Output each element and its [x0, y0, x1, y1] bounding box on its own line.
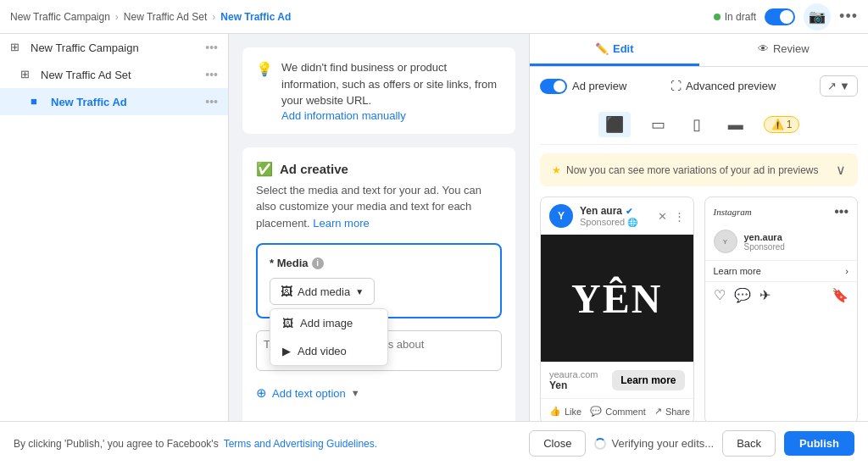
- fb-avatar-text: Y: [558, 210, 565, 222]
- ig-share-icon[interactable]: ✈: [760, 287, 771, 303]
- instagram-ad-card: Instagram ••• Y yen.aura Sponsored Lea: [704, 197, 859, 421]
- ig-heart-icon[interactable]: ♡: [714, 287, 726, 303]
- share-icon: ↗: [827, 80, 837, 92]
- add-video-option[interactable]: ▶ Add video: [270, 337, 387, 365]
- section-header: ✅ Ad creative: [256, 161, 502, 177]
- section-title: Ad creative: [280, 162, 348, 176]
- device-tablet-icon[interactable]: ▯: [686, 112, 708, 137]
- add-info-link[interactable]: Add information manually: [281, 109, 406, 122]
- info-box: 💡 We didn't find business or product inf…: [242, 47, 515, 134]
- preview-info-bar: ★ Now you can see more variations of you…: [540, 153, 858, 186]
- ig-learn-more-row[interactable]: Learn more ›: [705, 260, 858, 281]
- section-desc: Select the media and text for your ad. Y…: [256, 182, 502, 232]
- sidebar-item-adset[interactable]: ⊞ New Traffic Ad Set •••: [0, 61, 228, 88]
- warning-badge[interactable]: ⚠️ 1: [764, 116, 800, 133]
- fb-card-footer: yeaura.com Yen Learn more: [541, 362, 693, 398]
- ig-more-icon[interactable]: •••: [834, 204, 849, 219]
- tab-edit[interactable]: ✏️ Edit: [530, 34, 699, 66]
- globe-icon: 🌐: [627, 218, 637, 227]
- draft-label: In draft: [725, 11, 756, 23]
- learn-more-link[interactable]: Learn more: [313, 217, 369, 230]
- camera-button[interactable]: 📷: [804, 3, 831, 30]
- share-button[interactable]: ↗ ▼: [820, 75, 858, 97]
- preview-toggle-wrap: [765, 8, 795, 25]
- breadcrumb: New Traffic Campaign › New Traffic Ad Se…: [10, 11, 291, 23]
- ig-account-row: Y yen.aura Sponsored: [705, 226, 858, 260]
- fb-card-actions[interactable]: ✕ ⋮: [658, 210, 685, 223]
- draft-badge: In draft: [714, 11, 756, 23]
- advanced-preview-button[interactable]: ⛶ Advanced preview: [670, 80, 776, 92]
- add-text-option-button[interactable]: ⊕ Add text option ▼: [256, 385, 360, 401]
- sidebar: ⊞ New Traffic Campaign ••• ⊞ New Traffic…: [0, 34, 229, 421]
- bottom-right: Close Verifying your edits... Back Publi…: [529, 430, 854, 457]
- terms-link[interactable]: Terms and Advertising Guidelines.: [224, 438, 377, 450]
- fb-card-header: Y Yen aura ✔ Sponsored 🌐: [541, 197, 693, 235]
- add-media-button[interactable]: 🖼 Add media ▼: [270, 278, 375, 305]
- ad-icon: ■: [31, 95, 44, 108]
- add-media-chevron-icon: ▼: [355, 287, 364, 296]
- fb-like-button[interactable]: 👍 Like: [549, 406, 581, 417]
- instagram-logo: Instagram: [714, 207, 828, 217]
- fb-more-icon[interactable]: ⋮: [674, 210, 685, 223]
- device-mobile-horizontal-icon[interactable]: ▬: [721, 113, 750, 137]
- bottom-bar: By clicking 'Publish,' you agree to Face…: [0, 421, 868, 465]
- ig-card-header: Instagram •••: [705, 197, 858, 226]
- sidebar-more-ad[interactable]: •••: [205, 95, 218, 108]
- right-tabs: ✏️ Edit 👁 Review: [530, 34, 868, 67]
- top-nav: New Traffic Campaign › New Traffic Ad Se…: [0, 0, 868, 34]
- comment-icon: 💬: [590, 406, 602, 417]
- back-button[interactable]: Back: [722, 430, 776, 457]
- advanced-preview-icon: ⛶: [670, 80, 682, 92]
- more-options-button[interactable]: •••: [839, 8, 858, 25]
- device-desktop-icon[interactable]: ▭: [644, 112, 672, 137]
- ad-preview-label: Ad preview: [572, 80, 626, 92]
- collapse-info-button[interactable]: ∨: [836, 162, 846, 178]
- add-media-wrap: 🖼 Add media ▼ 🖼 Add image ▶: [270, 278, 375, 305]
- fb-comment-button[interactable]: 💬 Comment: [590, 406, 646, 417]
- fb-learn-more-button[interactable]: Learn more: [612, 370, 684, 390]
- video-icon: ▶: [282, 345, 291, 357]
- sidebar-more-adset[interactable]: •••: [205, 68, 218, 81]
- star-icon: ★: [552, 164, 561, 176]
- info-box-content: We didn't find business or product infor…: [281, 59, 502, 122]
- ig-actions-row: ♡ 💬 ✈ 🔖: [705, 281, 858, 308]
- add-image-option[interactable]: 🖼 Add image: [270, 309, 387, 337]
- breadcrumb-sep-1: ›: [115, 11, 119, 23]
- media-label: * Media i: [270, 257, 488, 269]
- fb-card-sponsored: Sponsored 🌐: [580, 217, 651, 227]
- sidebar-item-campaign[interactable]: ⊞ New Traffic Campaign •••: [0, 34, 228, 61]
- share-fb-icon: ↗: [654, 406, 662, 417]
- publish-button[interactable]: Publish: [784, 431, 854, 456]
- yen-logo: YÊN: [571, 275, 662, 322]
- add-text-option-row: ⊕ Add text option ▼: [256, 385, 502, 412]
- ig-chevron-right-icon: ›: [845, 266, 849, 276]
- info-box-text: We didn't find business or product infor…: [281, 59, 502, 109]
- fb-card-bottom: 👍 Like 💬 Comment ↗ Share: [541, 398, 693, 421]
- sidebar-item-ad[interactable]: ■ New Traffic Ad •••: [0, 88, 228, 115]
- breadcrumb-ad[interactable]: New Traffic Ad: [220, 11, 291, 23]
- main-toggle[interactable]: [765, 8, 795, 25]
- device-mobile-vertical-icon[interactable]: ⬛: [598, 112, 631, 137]
- top-nav-right: In draft 📷 •••: [714, 3, 858, 30]
- ad-preview-toggle-switch[interactable]: [540, 79, 567, 94]
- breadcrumb-campaign[interactable]: New Traffic Campaign: [10, 11, 110, 23]
- ig-avatar-text: Y: [723, 238, 727, 246]
- sidebar-more-campaign[interactable]: •••: [205, 41, 218, 54]
- close-button[interactable]: Close: [529, 430, 586, 457]
- center-content: 💡 We didn't find business or product inf…: [229, 34, 529, 421]
- media-info-icon[interactable]: i: [312, 257, 324, 269]
- fb-close-icon[interactable]: ✕: [658, 210, 667, 223]
- check-circle-icon: ✅: [256, 161, 273, 177]
- ig-bookmark-icon[interactable]: 🔖: [832, 287, 849, 303]
- verified-icon: ✔: [626, 207, 632, 216]
- tab-review[interactable]: 👁 Review: [699, 34, 869, 66]
- verifying-status: Verifying your edits...: [594, 437, 714, 450]
- main-layout: ⊞ New Traffic Campaign ••• ⊞ New Traffic…: [0, 34, 868, 421]
- fb-card-name: Yen aura ✔: [580, 205, 651, 217]
- fb-share-button[interactable]: ↗ Share: [654, 406, 690, 417]
- breadcrumb-adset[interactable]: New Traffic Ad Set: [124, 11, 208, 23]
- ig-comment-icon[interactable]: 💬: [734, 287, 751, 303]
- center-inner: 💡 We didn't find business or product inf…: [229, 34, 529, 421]
- sidebar-item-campaign-label: New Traffic Campaign: [31, 42, 205, 54]
- ig-avatar: Y: [714, 230, 737, 253]
